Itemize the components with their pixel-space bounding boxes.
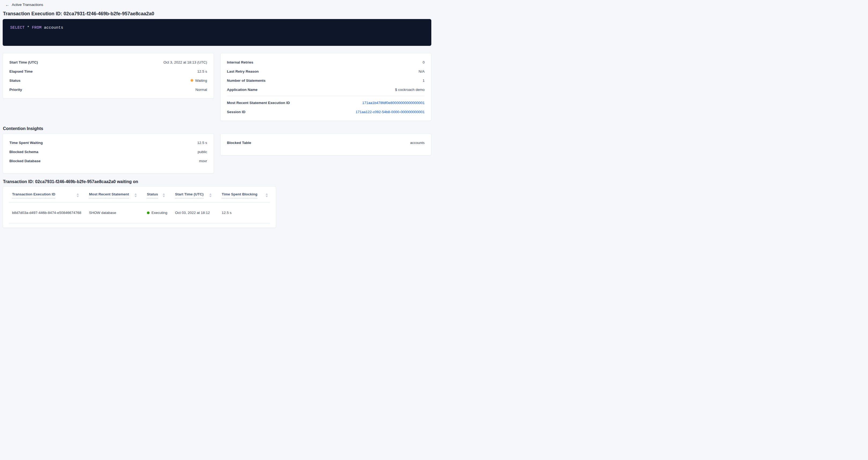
- cell-transaction-execution-id: b8d7d03a-d497-446b-8474-e50846674768: [9, 211, 86, 215]
- kv-row-session-id: Session ID 171aa122-c092-54b8-0000-00000…: [227, 107, 425, 116]
- kv-label: Time Spent Waiting: [9, 141, 43, 145]
- kv-label: Blocked Database: [9, 159, 40, 163]
- column-header-time-spent-blocking[interactable]: Time Spent Blocking: [218, 192, 270, 198]
- page: ← Active Transactions Transaction Execut…: [0, 0, 434, 230]
- card-divider: [227, 96, 425, 96]
- column-header-status[interactable]: Status: [144, 192, 172, 198]
- sort-icon[interactable]: [266, 193, 268, 197]
- table-row: b8d7d03a-d497-446b-8474-e50846674768 SHO…: [9, 203, 270, 223]
- waiting-on-heading: Transaction ID: 02ca7931-f246-469b-b2fe-…: [3, 179, 431, 184]
- column-header-label: Time Spent Blocking: [222, 192, 257, 198]
- statement-execution-id-link[interactable]: 171aa1b478fdf0e80000000000000001: [362, 101, 425, 105]
- kv-label: Elapsed Time: [9, 69, 33, 73]
- cell-status: Executing: [144, 211, 172, 215]
- summary-cards-row: Start Time (UTC) Oct 3, 2022 at 18:13 (U…: [3, 53, 431, 121]
- kv-label: Session ID: [227, 110, 246, 114]
- kv-value: 12.5 s: [197, 69, 207, 73]
- table-header-row: Transaction Execution ID Most Recent Sta…: [9, 187, 270, 203]
- kv-label: Last Retry Reason: [227, 69, 259, 73]
- column-header-label: Status: [147, 192, 158, 198]
- kv-value: Normal: [195, 88, 207, 92]
- status-executing-dot-icon: [147, 212, 150, 214]
- kv-label: Priority: [9, 88, 22, 92]
- contention-insights-heading: Contention Insights: [3, 126, 431, 131]
- status-badge: Waiting: [191, 79, 207, 83]
- cell-start-time: Oct 03, 2022 at 18:12: [172, 211, 218, 215]
- kv-value: movr: [199, 159, 207, 163]
- kv-label: Status: [9, 79, 20, 83]
- kv-label: Internal Retries: [227, 60, 253, 64]
- kv-value: accounts: [410, 141, 425, 145]
- kv-label: Start Time (UTC): [9, 60, 38, 64]
- sort-icon[interactable]: [209, 193, 212, 197]
- kv-row-status: Status Waiting: [9, 76, 207, 85]
- status-label: Waiting: [195, 79, 207, 83]
- kv-row-last-retry-reason: Last Retry Reason N/A: [227, 67, 425, 76]
- kv-row-internal-retries: Internal Retries 0: [227, 58, 425, 67]
- kv-value: N/A: [418, 69, 425, 73]
- status-waiting-dot-icon: [191, 79, 193, 82]
- kv-label: Most Recent Statement Execution ID: [227, 101, 290, 105]
- column-header-transaction-execution-id[interactable]: Transaction Execution ID: [9, 192, 86, 198]
- sql-statement-box: SELECT * FROM accounts: [3, 19, 431, 46]
- column-header-label: Start Time (UTC): [175, 192, 204, 198]
- status-label: Executing: [151, 211, 167, 215]
- contention-card-right: Blocked Table accounts: [220, 133, 432, 155]
- kv-label: Blocked Table: [227, 141, 251, 145]
- summary-card-right: Internal Retries 0 Last Retry Reason N/A…: [220, 53, 432, 121]
- back-arrow-icon: ←: [5, 3, 9, 7]
- cell-most-recent-statement: SHOW database: [86, 211, 144, 215]
- kv-row-priority: Priority Normal: [9, 85, 207, 94]
- cell-time-spent-blocking: 12.5 s: [218, 211, 270, 215]
- kv-value: 0: [423, 60, 425, 64]
- column-header-start-time[interactable]: Start Time (UTC): [172, 192, 218, 198]
- kv-value: 12.5 s: [197, 141, 207, 145]
- column-header-label: Transaction Execution ID: [12, 192, 55, 198]
- kv-row-application-name: Application Name $ cockroach demo: [227, 85, 425, 94]
- column-header-most-recent-statement[interactable]: Most Recent Statement: [86, 192, 144, 198]
- kv-label: Application Name: [227, 88, 258, 92]
- sort-icon[interactable]: [134, 193, 137, 197]
- kv-row-time-spent-waiting: Time Spent Waiting 12.5 s: [9, 138, 207, 147]
- contention-cards-row: Time Spent Waiting 12.5 s Blocked Schema…: [3, 133, 431, 174]
- kv-value: $ cockroach demo: [395, 88, 425, 92]
- back-link-active-transactions[interactable]: ← Active Transactions: [5, 2, 43, 7]
- kv-label: Blocked Schema: [9, 150, 38, 154]
- page-title: Transaction Execution ID: 02ca7931-f246-…: [3, 11, 431, 17]
- kv-value: Oct 3, 2022 at 18:13 (UTC): [163, 60, 207, 64]
- column-header-label: Most Recent Statement: [89, 192, 129, 198]
- summary-card-left: Start Time (UTC) Oct 3, 2022 at 18:13 (U…: [3, 53, 214, 99]
- kv-row-blocked-database: Blocked Database movr: [9, 156, 207, 165]
- back-link-label: Active Transactions: [12, 3, 43, 7]
- sort-icon[interactable]: [163, 193, 165, 197]
- kv-row-most-recent-statement-execution-id: Most Recent Statement Execution ID 171aa…: [227, 98, 425, 107]
- sort-icon[interactable]: [77, 193, 79, 197]
- contention-card-left: Time Spent Waiting 12.5 s Blocked Schema…: [3, 133, 214, 174]
- kv-row-start-time: Start Time (UTC) Oct 3, 2022 at 18:13 (U…: [9, 58, 207, 67]
- kv-row-blocked-table: Blocked Table accounts: [227, 138, 425, 147]
- session-id-link[interactable]: 171aa122-c092-54b8-0000-000000000001: [356, 110, 425, 114]
- kv-value: 1: [423, 79, 425, 83]
- kv-row-number-of-statements: Number of Statements 1: [227, 76, 425, 85]
- kv-value: public: [197, 150, 207, 154]
- sql-code: SELECT * FROM accounts: [10, 26, 424, 30]
- waiting-on-table-card: Transaction Execution ID Most Recent Sta…: [3, 186, 276, 228]
- kv-row-blocked-schema: Blocked Schema public: [9, 147, 207, 156]
- kv-row-elapsed-time: Elapsed Time 12.5 s: [9, 67, 207, 76]
- kv-label: Number of Statements: [227, 79, 266, 83]
